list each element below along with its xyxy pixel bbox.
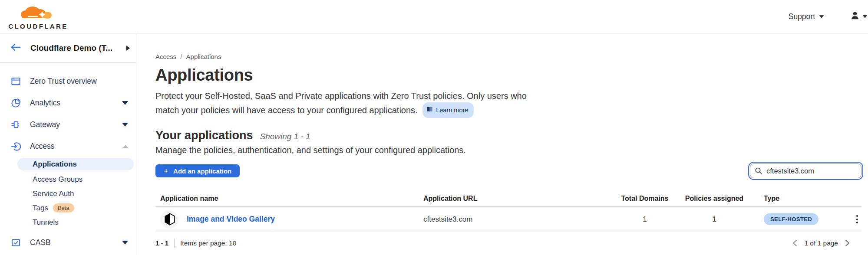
chevron-down-icon[interactable] — [122, 241, 128, 245]
application-url-cell: cftestsite3.com — [423, 215, 614, 224]
sidebar-item-service-auth[interactable]: Service Auth — [0, 186, 136, 201]
column-header-application-url: Application URL — [423, 195, 614, 203]
search-box — [750, 163, 861, 178]
plus-icon: + — [164, 167, 168, 175]
items-per-page-select[interactable]: Items per page: 10 — [180, 239, 236, 247]
sidebar-subitem-label: Service Auth — [33, 190, 74, 198]
overview-window-icon — [11, 76, 21, 86]
analytics-pie-icon — [11, 98, 21, 108]
applications-table: Application name Application URL Total D… — [155, 191, 861, 232]
cloudflare-logo: CLOUDFLARE — [6, 3, 70, 30]
sidebar-subitem-label: Tags — [33, 204, 48, 212]
sidebar-item-zero-trust-overview[interactable]: Zero Trust overview — [0, 70, 136, 92]
gateway-icon — [11, 120, 21, 130]
chevron-up-icon[interactable] — [123, 145, 128, 148]
divider — [174, 239, 175, 248]
column-header-policies-assigned: Policies assigned — [675, 195, 753, 203]
chevron-right-icon[interactable] — [126, 46, 130, 51]
breadcrumb-access[interactable]: Access — [155, 53, 176, 60]
chevron-down-icon — [863, 15, 867, 18]
page-status: 1 of 1 page — [804, 239, 838, 247]
learn-more-label: Learn more — [436, 104, 468, 117]
sidebar-subitem-label: Access Groups — [33, 175, 83, 184]
account-switcher[interactable]: Cloudflare Demo (T... — [0, 34, 136, 63]
top-bar: CLOUDFLARE Support — [0, 0, 868, 33]
chevron-down-icon[interactable] — [122, 123, 128, 127]
sidebar-item-applications[interactable]: Applications — [17, 158, 134, 170]
sidebar-item-label: CASB — [30, 238, 122, 247]
sidebar-item-access-groups[interactable]: Access Groups — [0, 172, 136, 186]
support-label: Support — [789, 12, 815, 21]
back-arrow-icon[interactable] — [10, 43, 21, 53]
breadcrumb: Access / Applications — [155, 53, 868, 60]
sidebar-subitem-label: Applications — [33, 160, 77, 169]
sidebar-item-tunnels[interactable]: Tunnels — [0, 215, 136, 229]
beta-badge: Beta — [53, 203, 74, 212]
application-cube-icon — [160, 210, 178, 229]
support-menu[interactable]: Support — [789, 12, 824, 21]
table-header-row: Application name Application URL Total D… — [155, 191, 861, 207]
applications-toolbar: + Add an application — [155, 163, 861, 178]
breadcrumb-separator: / — [180, 53, 182, 60]
user-icon — [850, 11, 860, 22]
add-application-label: Add an application — [173, 167, 231, 175]
account-name: Cloudflare Demo (T... — [30, 43, 126, 53]
page-description: Protect your Self-Hosted, SaaS and Priva… — [155, 89, 540, 118]
breadcrumb-applications[interactable]: Applications — [186, 53, 221, 60]
showing-count: Showing 1 - 1 — [260, 132, 310, 141]
pagination-bar: 1 - 1 Items per page: 10 1 of 1 page — [155, 239, 861, 248]
sidebar: Cloudflare Demo (T... Zero Trust overvie… — [0, 34, 136, 255]
previous-page-button[interactable] — [791, 239, 799, 248]
book-icon — [426, 104, 433, 117]
cloudflare-cloud-icon — [15, 3, 61, 22]
sidebar-item-casb[interactable]: CASB — [0, 232, 136, 253]
add-application-button[interactable]: + Add an application — [155, 164, 240, 177]
next-page-button[interactable] — [844, 239, 851, 248]
learn-more-button[interactable]: Learn more — [422, 102, 474, 118]
sidebar-item-label: Gateway — [30, 120, 122, 129]
section-header: Your applications Showing 1 - 1 — [155, 129, 868, 142]
search-icon — [755, 167, 762, 177]
total-domains-cell: 1 — [614, 215, 675, 224]
application-name-link[interactable]: Image and Video Gallery — [187, 215, 275, 224]
access-login-icon — [11, 141, 21, 151]
type-badge: SELF-HOSTED — [764, 213, 818, 225]
policies-assigned-cell: 1 — [675, 215, 753, 224]
items-range: 1 - 1 — [155, 239, 168, 247]
sidebar-item-analytics[interactable]: Analytics — [0, 92, 136, 114]
search-input[interactable] — [750, 163, 861, 178]
casb-check-icon — [11, 238, 21, 248]
column-header-total-domains: Total Domains — [614, 195, 675, 203]
cloudflare-logo-text: CLOUDFLARE — [8, 23, 68, 30]
access-subnav: Applications Access Groups Service Auth … — [0, 158, 136, 229]
user-menu[interactable] — [850, 11, 867, 22]
section-title: Your applications — [155, 129, 253, 142]
row-actions-kebab-button[interactable] — [853, 212, 861, 226]
sidebar-item-label: Access — [30, 142, 123, 151]
sidebar-item-tags[interactable]: Tags Beta — [0, 201, 136, 215]
chevron-down-icon — [819, 15, 824, 18]
sidebar-item-label: Zero Trust overview — [30, 77, 128, 86]
section-subtext: Manage the policies, authentication, and… — [155, 145, 868, 155]
chevron-down-icon[interactable] — [122, 101, 128, 105]
sidebar-item-label: Analytics — [30, 98, 122, 108]
column-header-type: Type — [753, 195, 845, 203]
sidebar-subitem-label: Tunnels — [33, 218, 59, 227]
sidebar-item-gateway[interactable]: Gateway — [0, 114, 136, 135]
page-title: Applications — [155, 66, 868, 85]
column-header-application-name: Application name — [155, 195, 423, 203]
sidebar-item-access[interactable]: Access — [0, 135, 136, 157]
sidebar-nav: Zero Trust overview Analytics — [0, 63, 136, 253]
table-row: Image and Video Gallery cftestsite3.com … — [155, 207, 861, 232]
main-content: Access / Applications Applications Prote… — [137, 34, 868, 255]
